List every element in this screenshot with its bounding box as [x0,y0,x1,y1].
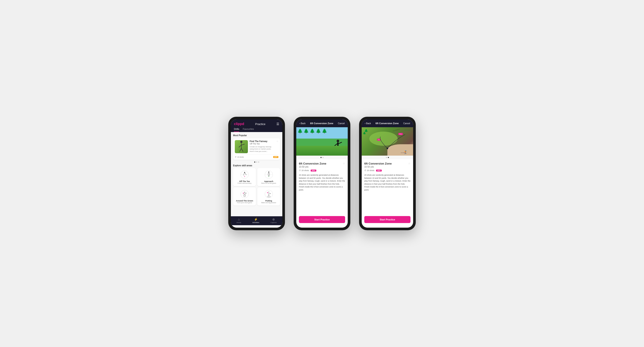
svg-point-17 [268,176,269,177]
svg-line-23 [243,193,244,195]
svg-point-30 [270,193,270,194]
svg-point-12 [244,176,245,177]
skill-desc-putting: Make and lag practice [261,202,276,203]
favourite-star[interactable]: ☆ [276,140,278,153]
image-dots-2 [296,156,348,159]
drill-desc-3: 20 shots are randomly generated at dista… [364,174,410,191]
skill-grid: Off The Tee Power and accuracy [233,168,280,206]
start-practice-button-2[interactable]: Start Practice [299,216,345,223]
svg-point-38 [386,148,388,149]
tree-4: 🌲 [316,128,321,134]
home-indicator-2 [318,226,326,227]
sand-label: SAND [401,152,406,153]
svg-line-10 [243,172,244,175]
clippd-logo: clippd [234,122,244,126]
fav-star-3[interactable]: ☆ [408,162,410,165]
drill-card-find-fairway[interactable]: Find The Fairway Off The Tee Create an i… [233,138,280,160]
golf-scene: 🌲 🌲 🌲 🌲 🌲 [296,127,348,156]
header-title-2: 6ft Conversion Zone [310,122,333,125]
dot-3 [258,162,259,163]
svg-line-34 [335,144,337,146]
arg-tag-3: ARG [376,170,382,172]
img-dot-3-1 [386,157,387,158]
svg-point-29 [267,192,268,193]
approach-icon [264,170,273,179]
drill-detail-name-3: 6ft Conversion Zone [364,162,392,165]
svg-point-0 [240,141,242,143]
home-indicator-3 [383,226,392,227]
phone-3-screen: ‹ Back 6ft Conversion Zone Cancel 🌲 [362,119,413,228]
back-chevron-icon: ‹ [299,122,300,125]
tab-drills[interactable]: Drills [234,128,239,132]
drill-range-2: 10-50 yds [299,166,326,168]
image-dots-3 [362,156,413,159]
drill-meta-3: ⏱ 20 shots ARG [364,169,410,172]
dot-2 [256,162,257,163]
skill-card-putting[interactable]: Putting Make and lag practice [257,187,280,206]
skill-name-ott: Off The Tee [239,180,250,182]
drill-thumbnail [235,140,248,153]
cancel-button-3[interactable]: Cancel [403,122,410,125]
skill-desc-atg: Hone your short game [237,202,252,203]
nav-home[interactable]: ⌂ Home [236,218,241,223]
cancel-button-2[interactable]: Cancel [338,122,345,125]
ott-tag: OTT [273,156,278,158]
phone-2: ‹ Back 6ft Conversion Zone Cancel 🌲 🌲 🌲 … [294,117,350,230]
tab-favourites[interactable]: Favourites [243,128,254,132]
drill-range-3: 10-50 yds [364,166,392,168]
svg-line-35 [338,142,342,144]
skill-name-approach: Approach [264,180,273,182]
carousel-dots [233,162,280,163]
svg-line-4 [240,148,241,152]
svg-line-5 [241,148,243,152]
drill-name: Find The Fairway [250,140,275,143]
nav-capture-label: Capture [270,221,277,223]
home-icon: ⌂ [238,218,240,221]
drill-detail-name-2: 6ft Conversion Zone [299,162,326,165]
drill-footer: ⏱ 10 shots OTT [235,155,278,158]
skill-card-off-the-tee[interactable]: Off The Tee Power and accuracy [233,168,256,186]
back-button-3[interactable]: ‹ Back [365,122,371,125]
drill-image-map: 🌲 🌲 Miss Hit 🏌️ SAND [362,127,413,156]
grass-ground [296,146,348,156]
header-title-3: 6ft Conversion Zone [376,122,399,125]
home-indicator-1 [252,226,261,227]
skill-card-approach[interactable]: Approach Dial-in to hit the green [257,168,280,186]
tree-2: 🌲 [304,128,309,134]
skill-card-around-green[interactable]: Around The Green Hone your short game [233,187,256,206]
phone-1-screen: clippd Practice ☰ Drills Favourites Most… [231,119,282,228]
clock-icon-2: ⏱ [299,169,301,172]
shots-meta-2: ⏱ 20 shots [299,169,309,172]
drill-details-2: 6ft Conversion Zone 10-50 yds ☆ ⏱ 20 sho… [296,159,348,214]
svg-point-11 [244,172,245,173]
back-button-2[interactable]: ‹ Back [299,122,306,125]
img-dot-1 [320,157,322,158]
drill-info: Find The Fairway Off The Tee Create an i… [250,140,275,153]
img-dot-2 [322,157,324,158]
capture-icon: ⊕ [272,218,275,221]
phone-2-header: ‹ Back 6ft Conversion Zone Cancel [296,119,348,127]
hamburger-icon[interactable]: ☰ [276,122,279,126]
drill-desc-2: 20 shots are randomly generated at dista… [299,174,345,191]
nav-activities-label: Activities [252,221,260,223]
tree-5: 🌲 [322,128,327,134]
img-dot-3-2 [388,157,389,158]
start-practice-button-3[interactable]: Start Practice [364,216,410,223]
nav-capture[interactable]: ⊕ Capture [270,218,277,223]
trees-background: 🌲 🌲 🌲 🌲 🌲 [296,128,348,134]
arg-tag-2: ARG [311,170,316,172]
dot-1 [254,162,255,163]
phone-1-header: clippd Practice ☰ Drills Favourites [231,119,282,132]
phone-2-screen: ‹ Back 6ft Conversion Zone Cancel 🌲 🌲 🌲 … [296,119,348,228]
nav-activities[interactable]: ⚡ Activities [252,218,260,223]
clock-icon: ⏱ [235,156,236,158]
phone-3-header: ‹ Back 6ft Conversion Zone Cancel [362,119,413,127]
skill-name-atg: Around The Green [236,200,253,202]
off-the-tee-icon [240,170,249,179]
bottom-nav: ⌂ Home ⚡ Activities ⊕ Capture [231,216,282,225]
practice-title: Practice [255,122,266,126]
back-label-2: Back [301,122,306,125]
tabs-container: Drills Favourites [234,128,279,132]
back-label-3: Back [366,122,371,125]
fav-star-2[interactable]: ☆ [343,162,345,165]
